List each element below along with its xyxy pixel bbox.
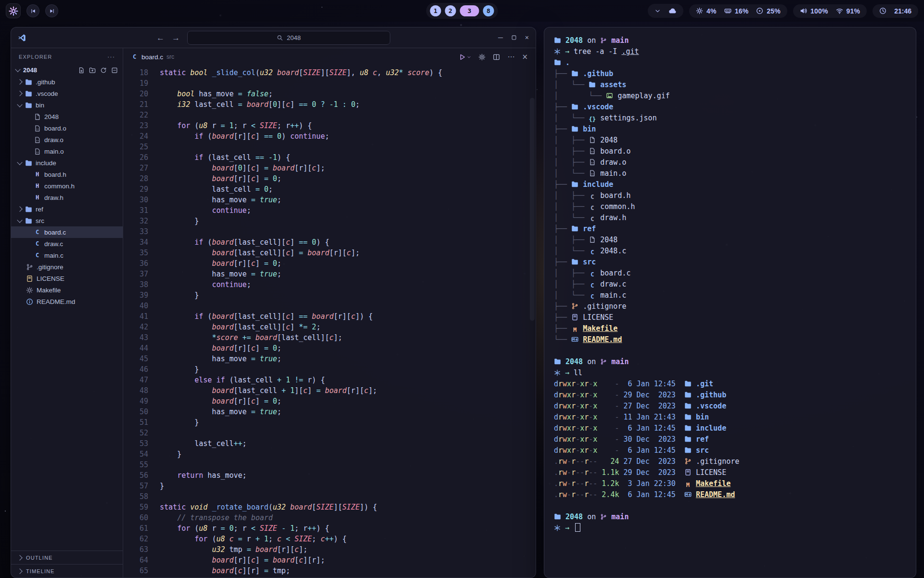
nav-forward-button[interactable]: → bbox=[172, 34, 180, 42]
line-number: 39 bbox=[123, 290, 160, 301]
tree-row-src: ├── src bbox=[554, 257, 906, 268]
window-controls: ─ × bbox=[498, 34, 529, 41]
snowflake-icon bbox=[554, 48, 561, 55]
line-content bbox=[160, 226, 164, 237]
line-number: 33 bbox=[123, 226, 160, 237]
ls-row-LICENSE: .rw-r--r-- 1.1k 29 Dec 2023 LICENSE bbox=[554, 467, 906, 478]
terminal-window[interactable]: 2048 on main → tree -a -I .git .├── .git… bbox=[544, 27, 916, 578]
workspace-2[interactable]: 2 bbox=[445, 5, 456, 16]
code-line-24: 24 if (board[r][c] == 0) continue; bbox=[123, 131, 536, 142]
command-center-search[interactable]: 2048 bbox=[187, 31, 390, 45]
code-line-55: 55 bbox=[123, 460, 536, 470]
explorer-item-draw.h[interactable]: Hdraw.h bbox=[11, 192, 123, 203]
explorer-item-common.h[interactable]: Hcommon.h bbox=[11, 180, 123, 192]
ls-row-.vscode: drwxr-xr-x - 27 Dec 2023 .vscode bbox=[554, 401, 906, 412]
folder-icon bbox=[25, 102, 32, 109]
media-next-button[interactable] bbox=[45, 4, 58, 17]
explorer-item-ref[interactable]: ref bbox=[11, 203, 123, 215]
line-number: 19 bbox=[123, 78, 160, 89]
workspace-3-active[interactable]: 3 bbox=[460, 5, 479, 16]
explorer-item-LICENSE[interactable]: LICENSE bbox=[11, 273, 123, 284]
editor-pane[interactable]: C board.c src ⋯× 18static bool _slide_co… bbox=[123, 48, 536, 578]
new-file-button[interactable] bbox=[78, 67, 85, 74]
modified-date: 6 Jan 12:45 bbox=[624, 380, 684, 388]
launcher-gear-icon[interactable] bbox=[6, 3, 21, 18]
volume-level[interactable]: 100% bbox=[800, 7, 828, 15]
explorer-item-src[interactable]: src bbox=[11, 215, 123, 226]
tray-pill bbox=[648, 4, 683, 18]
wifi-strength[interactable]: 91% bbox=[836, 7, 860, 15]
code-line-51: 51 } bbox=[123, 417, 536, 428]
workspace-8[interactable]: 8 bbox=[483, 5, 494, 16]
new-folder-button[interactable] bbox=[89, 67, 96, 74]
more-actions-button[interactable]: ⋯ bbox=[507, 53, 514, 61]
file-label: draw.c bbox=[44, 240, 63, 248]
disk-usage[interactable]: 25% bbox=[756, 7, 781, 15]
scrollbar-thumb[interactable] bbox=[530, 98, 535, 321]
explorer-item-draw.c[interactable]: Cdraw.c bbox=[11, 238, 123, 250]
close-button[interactable]: × bbox=[525, 34, 529, 41]
tab-filename: board.c bbox=[141, 53, 163, 61]
line-number: 37 bbox=[123, 269, 160, 279]
explorer-item-.vscode[interactable]: .vscode bbox=[11, 88, 123, 99]
entry-name: assets bbox=[600, 80, 626, 89]
line-content: board[r][c] = 0; bbox=[160, 343, 282, 354]
collapse-folders-button[interactable] bbox=[111, 67, 118, 74]
binary-icon bbox=[589, 170, 596, 177]
entry-name: draw.c bbox=[600, 280, 626, 289]
sidebar-panel-timeline[interactable]: TIMELINE bbox=[11, 564, 123, 578]
entry-name: main.c bbox=[600, 291, 626, 300]
sidebar-panel-outline[interactable]: OUTLINE bbox=[11, 551, 123, 564]
line-number: 20 bbox=[123, 89, 160, 99]
split-editor-button[interactable] bbox=[493, 53, 500, 61]
folder-icon bbox=[684, 413, 692, 420]
explorer-item-README.md[interactable]: README.md bbox=[11, 296, 123, 307]
line-number: 35 bbox=[123, 248, 160, 258]
folder-icon bbox=[25, 206, 32, 213]
explorer-item-main.c[interactable]: Cmain.c bbox=[11, 250, 123, 261]
editor-titlebar[interactable]: ← → 2048 ─ × bbox=[11, 27, 536, 48]
memory-icon bbox=[724, 7, 732, 14]
explorer-more-actions-icon[interactable]: ··· bbox=[107, 53, 115, 60]
explorer-item-board.o[interactable]: board.o bbox=[11, 122, 123, 134]
refresh-explorer-button[interactable] bbox=[100, 67, 107, 74]
nav-back-button[interactable]: ← bbox=[156, 34, 165, 42]
book-icon bbox=[26, 275, 33, 282]
code-line-36: 36 board[r][c] = 0; bbox=[123, 258, 536, 269]
command-text: tree -a -I bbox=[574, 47, 621, 56]
tab-board-c[interactable]: C board.c src bbox=[131, 53, 174, 61]
explorer-root-folder[interactable]: 2048 bbox=[11, 64, 123, 76]
explorer-item-draw.o[interactable]: draw.o bbox=[11, 134, 123, 145]
maximize-button[interactable] bbox=[511, 35, 517, 40]
explorer-item-board.c[interactable]: Cboard.c bbox=[11, 226, 123, 238]
run-file-button[interactable] bbox=[459, 53, 471, 61]
terminal-content[interactable]: 2048 on main → tree -a -I .git .├── .git… bbox=[544, 27, 916, 578]
code-editor[interactable]: 18static bool _slide_col(u32 board[SIZE]… bbox=[123, 66, 536, 578]
explorer-item-bin[interactable]: bin bbox=[11, 99, 123, 111]
git-branch-icon bbox=[600, 37, 607, 44]
close-editor-button[interactable]: × bbox=[522, 53, 528, 61]
explorer-item-include[interactable]: include bbox=[11, 157, 123, 169]
explorer-item-.gitignore[interactable]: .gitignore bbox=[11, 261, 123, 273]
settings-gear-button[interactable] bbox=[478, 53, 486, 61]
cpu-usage[interactable]: 4% bbox=[696, 7, 717, 15]
explorer-item-Makefile[interactable]: Makefile bbox=[11, 284, 123, 296]
line-content: for (u8 c = r + 1; c < SIZE; c++) { bbox=[160, 534, 346, 544]
explorer-item-.github[interactable]: .github bbox=[11, 76, 123, 88]
clock-module[interactable]: 21:46 bbox=[873, 4, 918, 18]
workspace-1[interactable]: 1 bbox=[430, 5, 441, 16]
minimize-button[interactable]: ─ bbox=[498, 34, 503, 41]
file-size: - bbox=[597, 391, 623, 399]
media-previous-button[interactable] bbox=[26, 4, 39, 17]
line-content: return has_move; bbox=[160, 470, 247, 481]
explorer-item-main.o[interactable]: main.o bbox=[11, 145, 123, 157]
explorer-item-board.h[interactable]: Hboard.h bbox=[11, 169, 123, 180]
code-line-50: 50 has_move = true; bbox=[123, 407, 536, 417]
editor-scrollbar[interactable] bbox=[530, 67, 535, 575]
tray-expander-caret-icon[interactable] bbox=[654, 8, 661, 14]
explorer-item-2048[interactable]: 2048 bbox=[11, 111, 123, 122]
entry-name: Makefile bbox=[696, 479, 731, 488]
tree-row-README.md: └── README.md bbox=[554, 334, 906, 345]
cloud-tray-icon[interactable] bbox=[668, 7, 677, 15]
memory-usage[interactable]: 16% bbox=[724, 7, 749, 15]
